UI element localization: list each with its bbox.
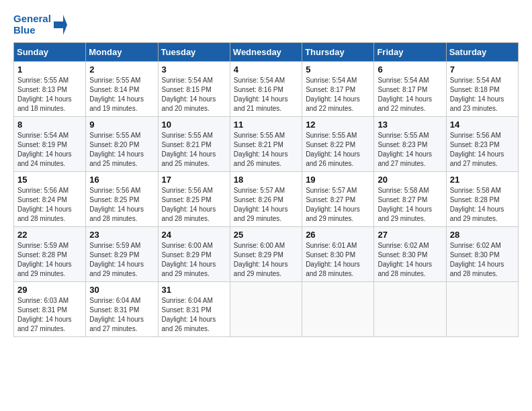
day-number: 16 (89, 175, 154, 185)
day-cell: 7Sunrise: 5:54 AM Sunset: 8:18 PM Daylig… (446, 62, 518, 117)
header-cell-wednesday: Wednesday (230, 43, 302, 62)
week-row-3: 15Sunrise: 5:56 AM Sunset: 8:24 PM Dayli… (14, 172, 519, 227)
day-info: Sunrise: 5:56 AM Sunset: 8:24 PM Dayligh… (17, 186, 82, 224)
day-info: Sunrise: 5:55 AM Sunset: 8:20 PM Dayligh… (89, 131, 154, 169)
day-number: 31 (162, 285, 226, 295)
day-cell: 23Sunrise: 5:59 AM Sunset: 8:29 PM Dayli… (86, 227, 158, 282)
day-number: 15 (17, 175, 82, 185)
day-info: Sunrise: 5:59 AM Sunset: 8:29 PM Dayligh… (89, 241, 154, 279)
day-cell: 28Sunrise: 6:02 AM Sunset: 8:30 PM Dayli… (446, 227, 518, 282)
day-info: Sunrise: 5:54 AM Sunset: 8:15 PM Dayligh… (162, 76, 226, 113)
day-number: 7 (450, 64, 515, 75)
week-row-4: 22Sunrise: 5:59 AM Sunset: 8:28 PM Dayli… (14, 227, 519, 282)
day-info: Sunrise: 5:55 AM Sunset: 8:13 PM Dayligh… (17, 76, 82, 113)
header-cell-monday: Monday (86, 43, 158, 62)
day-info: Sunrise: 5:54 AM Sunset: 8:19 PM Dayligh… (17, 131, 82, 169)
day-info: Sunrise: 6:04 AM Sunset: 8:31 PM Dayligh… (162, 296, 226, 334)
day-cell: 30Sunrise: 6:04 AM Sunset: 8:31 PM Dayli… (86, 282, 158, 337)
day-info: Sunrise: 6:01 AM Sunset: 8:30 PM Dayligh… (306, 241, 370, 279)
day-info: Sunrise: 6:02 AM Sunset: 8:30 PM Dayligh… (450, 241, 515, 279)
day-info: Sunrise: 5:55 AM Sunset: 8:23 PM Dayligh… (378, 131, 442, 169)
day-cell (230, 282, 302, 337)
day-cell: 21Sunrise: 5:58 AM Sunset: 8:28 PM Dayli… (446, 172, 518, 227)
day-number: 22 (17, 230, 82, 240)
day-number: 14 (450, 120, 515, 130)
day-number: 19 (306, 175, 370, 185)
day-info: Sunrise: 6:03 AM Sunset: 8:31 PM Dayligh… (17, 296, 82, 334)
day-cell: 31Sunrise: 6:04 AM Sunset: 8:31 PM Dayli… (158, 282, 230, 337)
week-row-2: 8Sunrise: 5:54 AM Sunset: 8:19 PM Daylig… (14, 117, 519, 172)
header-cell-saturday: Saturday (446, 43, 518, 62)
day-info: Sunrise: 5:55 AM Sunset: 8:14 PM Dayligh… (89, 76, 154, 113)
day-info: Sunrise: 5:57 AM Sunset: 8:26 PM Dayligh… (234, 186, 298, 224)
day-cell: 2Sunrise: 5:55 AM Sunset: 8:14 PM Daylig… (86, 62, 158, 117)
day-cell: 6Sunrise: 5:54 AM Sunset: 8:17 PM Daylig… (374, 62, 446, 117)
header-cell-sunday: Sunday (14, 43, 86, 62)
day-info: Sunrise: 5:58 AM Sunset: 8:28 PM Dayligh… (450, 186, 515, 224)
day-info: Sunrise: 5:55 AM Sunset: 8:22 PM Dayligh… (306, 131, 370, 169)
day-cell: 25Sunrise: 6:00 AM Sunset: 8:29 PM Dayli… (230, 227, 302, 282)
day-cell: 20Sunrise: 5:58 AM Sunset: 8:27 PM Dayli… (374, 172, 446, 227)
day-cell: 17Sunrise: 5:56 AM Sunset: 8:25 PM Dayli… (158, 172, 230, 227)
day-info: Sunrise: 5:56 AM Sunset: 8:23 PM Dayligh… (450, 131, 515, 169)
day-number: 1 (17, 64, 82, 75)
day-cell: 14Sunrise: 5:56 AM Sunset: 8:23 PM Dayli… (446, 117, 518, 172)
day-cell: 5Sunrise: 5:54 AM Sunset: 8:17 PM Daylig… (302, 62, 374, 117)
day-cell (446, 282, 518, 337)
day-number: 13 (378, 120, 442, 130)
day-number: 27 (378, 230, 442, 240)
day-number: 2 (89, 64, 154, 75)
day-cell: 19Sunrise: 5:57 AM Sunset: 8:27 PM Dayli… (302, 172, 374, 227)
day-cell: 15Sunrise: 5:56 AM Sunset: 8:24 PM Dayli… (14, 172, 86, 227)
svg-marker-0 (54, 15, 67, 35)
day-info: Sunrise: 6:00 AM Sunset: 8:29 PM Dayligh… (234, 241, 298, 279)
day-number: 30 (89, 285, 154, 295)
header-cell-thursday: Thursday (302, 43, 374, 62)
day-cell: 4Sunrise: 5:54 AM Sunset: 8:16 PM Daylig… (230, 62, 302, 117)
day-cell: 11Sunrise: 5:55 AM Sunset: 8:21 PM Dayli… (230, 117, 302, 172)
day-cell: 18Sunrise: 5:57 AM Sunset: 8:26 PM Dayli… (230, 172, 302, 227)
day-cell: 3Sunrise: 5:54 AM Sunset: 8:15 PM Daylig… (158, 62, 230, 117)
day-cell: 12Sunrise: 5:55 AM Sunset: 8:22 PM Dayli… (302, 117, 374, 172)
day-info: Sunrise: 6:04 AM Sunset: 8:31 PM Dayligh… (89, 296, 154, 334)
day-info: Sunrise: 5:55 AM Sunset: 8:21 PM Dayligh… (234, 131, 298, 169)
day-info: Sunrise: 5:54 AM Sunset: 8:18 PM Dayligh… (450, 76, 515, 113)
day-number: 26 (306, 230, 370, 240)
logo-arrow-icon (54, 15, 67, 35)
day-number: 6 (378, 64, 442, 75)
day-info: Sunrise: 5:56 AM Sunset: 8:25 PM Dayligh… (89, 186, 154, 224)
day-number: 17 (162, 175, 226, 185)
day-info: Sunrise: 5:54 AM Sunset: 8:17 PM Dayligh… (306, 76, 370, 113)
day-cell (374, 282, 446, 337)
day-info: Sunrise: 5:54 AM Sunset: 8:16 PM Dayligh… (234, 76, 298, 113)
day-number: 20 (378, 175, 442, 185)
day-cell: 22Sunrise: 5:59 AM Sunset: 8:28 PM Dayli… (14, 227, 86, 282)
day-number: 25 (234, 230, 298, 240)
logo: GeneralBlue (13, 13, 67, 36)
day-info: Sunrise: 5:58 AM Sunset: 8:27 PM Dayligh… (378, 186, 442, 224)
day-cell: 10Sunrise: 5:55 AM Sunset: 8:21 PM Dayli… (158, 117, 230, 172)
day-number: 12 (306, 120, 370, 130)
day-cell: 16Sunrise: 5:56 AM Sunset: 8:25 PM Dayli… (86, 172, 158, 227)
day-cell: 1Sunrise: 5:55 AM Sunset: 8:13 PM Daylig… (14, 62, 86, 117)
day-info: Sunrise: 5:57 AM Sunset: 8:27 PM Dayligh… (306, 186, 370, 224)
day-info: Sunrise: 6:02 AM Sunset: 8:30 PM Dayligh… (378, 241, 442, 279)
day-number: 29 (17, 285, 82, 295)
day-cell: 13Sunrise: 5:55 AM Sunset: 8:23 PM Dayli… (374, 117, 446, 172)
day-cell: 9Sunrise: 5:55 AM Sunset: 8:20 PM Daylig… (86, 117, 158, 172)
day-cell: 24Sunrise: 6:00 AM Sunset: 8:29 PM Dayli… (158, 227, 230, 282)
day-info: Sunrise: 5:59 AM Sunset: 8:28 PM Dayligh… (17, 241, 82, 279)
day-info: Sunrise: 5:54 AM Sunset: 8:17 PM Dayligh… (378, 76, 442, 113)
day-number: 18 (234, 175, 298, 185)
day-number: 21 (450, 175, 515, 185)
day-cell: 8Sunrise: 5:54 AM Sunset: 8:19 PM Daylig… (14, 117, 86, 172)
day-cell: 29Sunrise: 6:03 AM Sunset: 8:31 PM Dayli… (14, 282, 86, 337)
day-info: Sunrise: 6:00 AM Sunset: 8:29 PM Dayligh… (162, 241, 226, 279)
day-number: 5 (306, 64, 370, 75)
header-row: SundayMondayTuesdayWednesdayThursdayFrid… (14, 43, 519, 62)
day-number: 10 (162, 120, 226, 130)
day-info: Sunrise: 5:56 AM Sunset: 8:25 PM Dayligh… (162, 186, 226, 224)
day-number: 8 (17, 120, 82, 130)
header-cell-friday: Friday (374, 43, 446, 62)
header-cell-tuesday: Tuesday (158, 43, 230, 62)
